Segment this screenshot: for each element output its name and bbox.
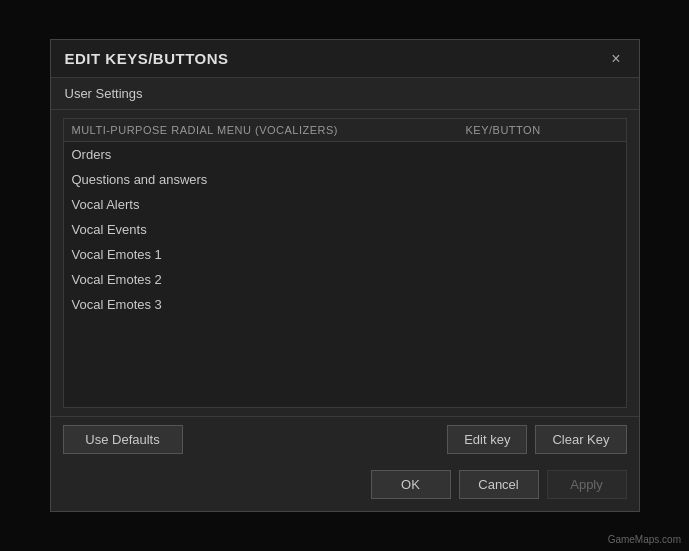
user-settings-label: User Settings [65, 86, 143, 101]
table-row[interactable]: Vocal Emotes 1 [64, 242, 626, 267]
watermark-label: GameMaps.com [608, 534, 681, 545]
row-label: Vocal Emotes 3 [72, 297, 478, 312]
row-key [478, 247, 618, 262]
col-key-header: KEY/BUTTON [466, 124, 606, 136]
row-key [478, 272, 618, 287]
cancel-button[interactable]: Cancel [459, 470, 539, 499]
user-settings-bar: User Settings [51, 78, 639, 110]
key-bindings-table: MULTI-PURPOSE RADIAL MENU (VOCALIZERS) K… [63, 118, 627, 408]
close-button[interactable]: × [607, 51, 624, 67]
use-defaults-button[interactable]: Use Defaults [63, 425, 183, 454]
apply-button[interactable]: Apply [547, 470, 627, 499]
row-label: Vocal Emotes 1 [72, 247, 478, 262]
titlebar: EDIT KEYS/BUTTONS × [51, 40, 639, 78]
row-label: Vocal Alerts [72, 197, 478, 212]
table-row[interactable]: Questions and answers [64, 167, 626, 192]
dialog-title: EDIT KEYS/BUTTONS [65, 50, 229, 67]
bottom-action-bar: Use Defaults Edit key Clear Key [51, 416, 639, 462]
table-row[interactable]: Vocal Emotes 3 [64, 292, 626, 317]
overlay: EDIT KEYS/BUTTONS × User Settings MULTI-… [0, 0, 689, 551]
table-header: MULTI-PURPOSE RADIAL MENU (VOCALIZERS) K… [64, 119, 626, 142]
row-key [478, 297, 618, 312]
row-label: Questions and answers [72, 172, 478, 187]
clear-key-button[interactable]: Clear Key [535, 425, 626, 454]
dialog: EDIT KEYS/BUTTONS × User Settings MULTI-… [50, 39, 640, 512]
edit-key-button[interactable]: Edit key [447, 425, 527, 454]
ok-cancel-row: OK Cancel Apply [51, 462, 639, 511]
table-row[interactable]: Vocal Alerts [64, 192, 626, 217]
ok-button[interactable]: OK [371, 470, 451, 499]
table-row[interactable]: Vocal Events [64, 217, 626, 242]
table-row[interactable]: Orders [64, 142, 626, 167]
row-label: Vocal Emotes 2 [72, 272, 478, 287]
row-label: Orders [72, 147, 478, 162]
row-key [478, 147, 618, 162]
table-body[interactable]: OrdersQuestions and answersVocal AlertsV… [64, 142, 626, 407]
row-label: Vocal Events [72, 222, 478, 237]
row-key [478, 197, 618, 212]
table-row[interactable]: Vocal Emotes 2 [64, 267, 626, 292]
row-key [478, 222, 618, 237]
row-key [478, 172, 618, 187]
col-action-header: MULTI-PURPOSE RADIAL MENU (VOCALIZERS) [72, 124, 466, 136]
